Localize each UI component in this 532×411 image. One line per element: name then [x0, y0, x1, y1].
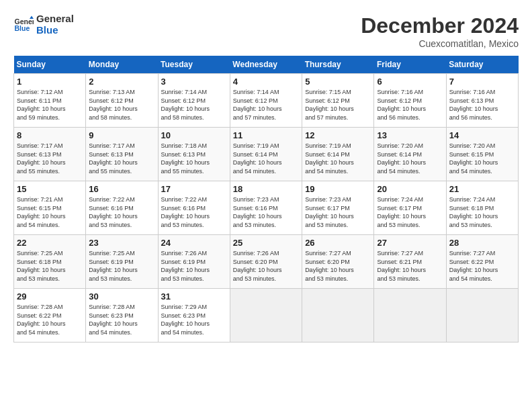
svg-text:Blue: Blue — [15, 24, 30, 32]
day-number: 4 — [233, 77, 299, 87]
day-number: 19 — [305, 184, 371, 194]
day-info: Sunrise: 7:24 AMSunset: 6:17 PMDaylight:… — [377, 195, 443, 229]
day-number: 24 — [161, 238, 227, 248]
day-number: 3 — [161, 77, 227, 87]
weekday-header-sunday: Sunday — [14, 56, 86, 74]
calendar-cell — [446, 289, 518, 342]
calendar-cell: 3Sunrise: 7:14 AMSunset: 6:12 PMDaylight… — [158, 74, 230, 128]
calendar-cell: 11Sunrise: 7:19 AMSunset: 6:14 PMDayligh… — [230, 128, 302, 181]
logo-blue: Blue — [36, 25, 74, 36]
day-info: Sunrise: 7:27 AMSunset: 6:22 PMDaylight:… — [449, 249, 515, 283]
day-number: 23 — [89, 238, 154, 248]
weekday-header-monday: Monday — [86, 56, 158, 74]
calendar-cell: 31Sunrise: 7:29 AMSunset: 6:23 PMDayligh… — [158, 289, 230, 342]
day-info: Sunrise: 7:24 AMSunset: 6:18 PMDaylight:… — [449, 195, 515, 229]
day-info: Sunrise: 7:19 AMSunset: 6:14 PMDaylight:… — [305, 142, 371, 175]
day-info: Sunrise: 7:26 AMSunset: 6:19 PMDaylight:… — [161, 249, 227, 283]
day-info: Sunrise: 7:27 AMSunset: 6:20 PMDaylight:… — [305, 249, 371, 283]
day-number: 21 — [449, 184, 515, 194]
day-number: 2 — [89, 77, 154, 87]
weekday-header-saturday: Saturday — [446, 56, 518, 74]
week-row-3: 15Sunrise: 7:21 AMSunset: 6:15 PMDayligh… — [14, 181, 519, 235]
weekday-header-friday: Friday — [374, 56, 446, 74]
day-info: Sunrise: 7:14 AMSunset: 6:12 PMDaylight:… — [161, 88, 227, 122]
calendar-cell — [374, 289, 446, 342]
calendar-cell: 7Sunrise: 7:16 AMSunset: 6:13 PMDaylight… — [446, 74, 518, 128]
day-number: 26 — [305, 238, 371, 248]
logo-general: General — [36, 13, 74, 25]
calendar-cell: 28Sunrise: 7:27 AMSunset: 6:22 PMDayligh… — [446, 235, 518, 289]
day-info: Sunrise: 7:12 AMSunset: 6:11 PMDaylight:… — [17, 88, 83, 122]
day-number: 10 — [161, 130, 227, 140]
day-info: Sunrise: 7:29 AMSunset: 6:23 PMDaylight:… — [161, 303, 227, 336]
day-info: Sunrise: 7:21 AMSunset: 6:15 PMDaylight:… — [17, 195, 83, 229]
day-info: Sunrise: 7:15 AMSunset: 6:12 PMDaylight:… — [305, 88, 371, 122]
calendar-cell — [230, 289, 302, 342]
calendar-cell: 15Sunrise: 7:21 AMSunset: 6:15 PMDayligh… — [14, 181, 86, 235]
calendar-cell: 16Sunrise: 7:22 AMSunset: 6:16 PMDayligh… — [86, 181, 158, 235]
calendar-cell: 24Sunrise: 7:26 AMSunset: 6:19 PMDayligh… — [158, 235, 230, 289]
day-number: 20 — [377, 184, 443, 194]
day-info: Sunrise: 7:22 AMSunset: 6:16 PMDaylight:… — [89, 195, 154, 229]
calendar-cell: 27Sunrise: 7:27 AMSunset: 6:21 PMDayligh… — [374, 235, 446, 289]
calendar-cell: 8Sunrise: 7:17 AMSunset: 6:13 PMDaylight… — [14, 128, 86, 181]
day-info: Sunrise: 7:18 AMSunset: 6:13 PMDaylight:… — [161, 142, 227, 175]
week-row-5: 29Sunrise: 7:28 AMSunset: 6:22 PMDayligh… — [14, 289, 519, 342]
day-number: 30 — [89, 291, 154, 302]
day-number: 16 — [89, 184, 154, 194]
day-number: 5 — [305, 77, 371, 87]
day-info: Sunrise: 7:25 AMSunset: 6:18 PMDaylight:… — [17, 249, 83, 283]
calendar-cell: 23Sunrise: 7:25 AMSunset: 6:19 PMDayligh… — [86, 235, 158, 289]
week-row-1: 1Sunrise: 7:12 AMSunset: 6:11 PMDaylight… — [14, 74, 519, 128]
calendar-cell: 29Sunrise: 7:28 AMSunset: 6:22 PMDayligh… — [14, 289, 86, 342]
day-info: Sunrise: 7:17 AMSunset: 6:13 PMDaylight:… — [89, 142, 154, 175]
day-number: 8 — [17, 130, 83, 140]
calendar-cell: 20Sunrise: 7:24 AMSunset: 6:17 PMDayligh… — [374, 181, 446, 235]
day-number: 15 — [17, 184, 83, 194]
day-number: 1 — [17, 77, 83, 87]
day-number: 11 — [233, 130, 299, 140]
weekday-header-thursday: Thursday — [302, 56, 374, 74]
calendar-cell: 10Sunrise: 7:18 AMSunset: 6:13 PMDayligh… — [158, 128, 230, 181]
calendar-cell: 12Sunrise: 7:19 AMSunset: 6:14 PMDayligh… — [302, 128, 374, 181]
day-number: 22 — [17, 238, 83, 248]
calendar-cell: 1Sunrise: 7:12 AMSunset: 6:11 PMDaylight… — [14, 74, 86, 128]
weekday-header-wednesday: Wednesday — [230, 56, 302, 74]
calendar-cell: 6Sunrise: 7:16 AMSunset: 6:12 PMDaylight… — [374, 74, 446, 128]
day-number: 31 — [161, 291, 227, 302]
calendar-cell: 22Sunrise: 7:25 AMSunset: 6:18 PMDayligh… — [14, 235, 86, 289]
day-number: 28 — [449, 238, 515, 248]
calendar-cell: 21Sunrise: 7:24 AMSunset: 6:18 PMDayligh… — [446, 181, 518, 235]
title-block: December 2024 Cuexcomatitlan, Mexico — [361, 13, 519, 49]
header-row: SundayMondayTuesdayWednesdayThursdayFrid… — [14, 56, 519, 74]
day-number: 14 — [449, 130, 515, 140]
week-row-4: 22Sunrise: 7:25 AMSunset: 6:18 PMDayligh… — [14, 235, 519, 289]
day-number: 25 — [233, 238, 299, 248]
week-row-2: 8Sunrise: 7:17 AMSunset: 6:13 PMDaylight… — [14, 128, 519, 181]
day-number: 6 — [377, 77, 443, 87]
page-header: General Blue General Blue December 2024 … — [13, 13, 519, 49]
day-info: Sunrise: 7:27 AMSunset: 6:21 PMDaylight:… — [377, 249, 443, 283]
day-info: Sunrise: 7:19 AMSunset: 6:14 PMDaylight:… — [233, 142, 299, 175]
day-info: Sunrise: 7:20 AMSunset: 6:14 PMDaylight:… — [377, 142, 443, 175]
day-info: Sunrise: 7:28 AMSunset: 6:23 PMDaylight:… — [89, 303, 154, 336]
day-number: 29 — [17, 291, 83, 302]
day-number: 9 — [89, 130, 154, 140]
calendar-cell: 18Sunrise: 7:23 AMSunset: 6:16 PMDayligh… — [230, 181, 302, 235]
month-title: December 2024 — [361, 13, 519, 38]
day-number: 13 — [377, 130, 443, 140]
calendar-table: SundayMondayTuesdayWednesdayThursdayFrid… — [13, 56, 519, 342]
day-info: Sunrise: 7:25 AMSunset: 6:19 PMDaylight:… — [89, 249, 154, 283]
day-number: 17 — [161, 184, 227, 194]
calendar-cell: 30Sunrise: 7:28 AMSunset: 6:23 PMDayligh… — [86, 289, 158, 342]
calendar-cell — [302, 289, 374, 342]
calendar-cell: 25Sunrise: 7:26 AMSunset: 6:20 PMDayligh… — [230, 235, 302, 289]
day-info: Sunrise: 7:23 AMSunset: 6:17 PMDaylight:… — [305, 195, 371, 229]
calendar-cell: 5Sunrise: 7:15 AMSunset: 6:12 PMDaylight… — [302, 74, 374, 128]
calendar-cell: 13Sunrise: 7:20 AMSunset: 6:14 PMDayligh… — [374, 128, 446, 181]
logo: General Blue General Blue — [13, 13, 74, 36]
day-info: Sunrise: 7:16 AMSunset: 6:12 PMDaylight:… — [377, 88, 443, 122]
day-info: Sunrise: 7:20 AMSunset: 6:15 PMDaylight:… — [449, 142, 515, 175]
logo-icon: General Blue — [13, 15, 34, 35]
day-number: 12 — [305, 130, 371, 140]
